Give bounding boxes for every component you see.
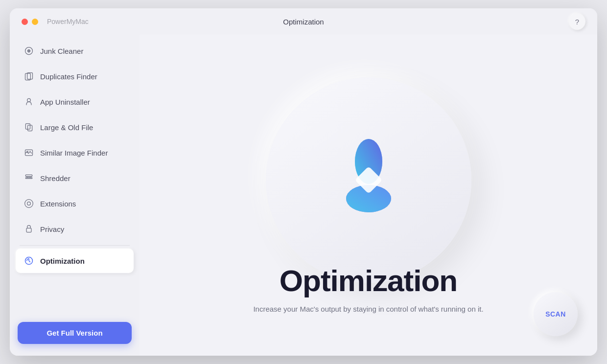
svg-point-8 [27, 151, 28, 153]
sidebar-label-shredder: Shredder [40, 174, 70, 182]
duplicates-finder-icon [23, 71, 34, 82]
sidebar-item-large-old-file[interactable]: Large & Old File [16, 115, 134, 139]
app-name: PowerMyMac [47, 18, 89, 25]
sidebar-label-junk-cleaner: Junk Cleaner [40, 47, 83, 55]
privacy-icon [23, 224, 34, 234]
page-title: Optimization [280, 263, 457, 298]
sidebar-label-extensions: Extensions [40, 200, 76, 208]
shredder-icon [23, 173, 34, 183]
sidebar-item-shredder[interactable]: Shredder [16, 166, 134, 190]
minimize-button[interactable] [32, 19, 38, 25]
similar-image-finder-icon [23, 147, 34, 158]
main-layout: Junk Cleaner Duplicates Finder [10, 35, 597, 356]
optimization-logo [320, 131, 418, 229]
svg-rect-10 [25, 178, 32, 179]
junk-cleaner-icon [23, 46, 34, 56]
sidebar: Junk Cleaner Duplicates Finder [10, 35, 140, 356]
app-uninstaller-icon [23, 96, 34, 107]
sidebar-item-app-uninstaller[interactable]: App Uninstaller [16, 90, 134, 114]
sidebar-item-privacy[interactable]: Privacy [16, 217, 134, 241]
titlebar: PowerMyMac Optimization ? [10, 8, 597, 35]
scan-button[interactable]: SCAN [534, 292, 578, 336]
window-title: Optimization [283, 18, 324, 26]
page-subtitle: Increase your Mac's output by staying in… [253, 305, 483, 313]
sidebar-label-duplicates-finder: Duplicates Finder [40, 72, 97, 81]
sidebar-item-extensions[interactable]: Extensions [16, 191, 134, 216]
svg-rect-9 [25, 175, 32, 176]
help-button[interactable]: ? [569, 13, 585, 30]
titlebar-left: PowerMyMac [22, 18, 89, 25]
sidebar-divider [20, 245, 130, 246]
sidebar-label-similar-image-finder: Similar Image Finder [40, 149, 108, 157]
svg-point-4 [27, 98, 31, 102]
sidebar-label-app-uninstaller: App Uninstaller [40, 98, 90, 106]
sidebar-label-large-old-file: Large & Old File [40, 123, 93, 132]
sidebar-item-duplicates-finder[interactable]: Duplicates Finder [16, 64, 134, 89]
sidebar-item-junk-cleaner[interactable]: Junk Cleaner [16, 39, 134, 63]
svg-rect-11 [26, 228, 31, 232]
extensions-icon [23, 198, 34, 209]
main-content: Optimization Increase your Mac's output … [140, 35, 597, 356]
sidebar-item-optimization[interactable]: Optimization [16, 249, 134, 273]
optimization-icon [23, 255, 34, 266]
close-button[interactable] [22, 19, 28, 25]
app-window: PowerMyMac Optimization ? Junk Cleaner [10, 8, 597, 356]
get-full-version-button[interactable]: Get Full Version [18, 322, 132, 344]
sidebar-label-privacy: Privacy [40, 225, 64, 233]
logo-circle [266, 77, 471, 283]
large-old-file-icon [23, 122, 34, 133]
sidebar-label-optimization: Optimization [40, 257, 85, 265]
sidebar-item-similar-image-finder[interactable]: Similar Image Finder [16, 140, 134, 165]
